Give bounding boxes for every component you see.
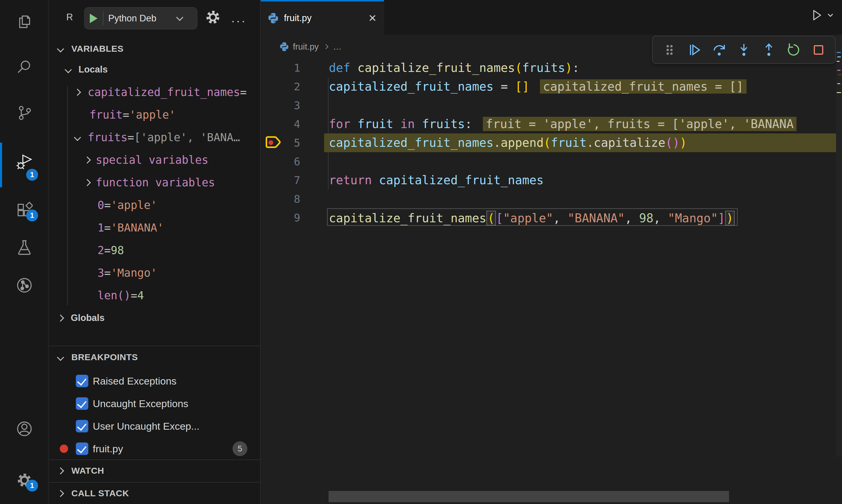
run-python-file-icon[interactable] xyxy=(810,8,824,22)
restart-button[interactable] xyxy=(786,42,802,58)
variable-value: 'apple' xyxy=(129,108,176,121)
call-stack-section-header[interactable]: CALL STACK xyxy=(49,484,261,503)
line-content[interactable] xyxy=(324,190,836,208)
variable-row[interactable]: 0 = 'apple' xyxy=(49,194,261,216)
variable-name: 0 xyxy=(98,199,104,212)
line-number[interactable]: 8 xyxy=(261,190,300,208)
line-number[interactable]: 2 xyxy=(261,77,300,96)
debug-settings-gear-icon[interactable] xyxy=(205,10,221,26)
line-content[interactable]: capitalize_fruit_names(["apple", "BANANA… xyxy=(324,208,836,227)
variable-row[interactable]: function variables xyxy=(49,171,261,194)
line-content[interactable]: capitalized_fruit_names.append(fruit.cap… xyxy=(324,133,836,152)
checkbox-checked[interactable] xyxy=(76,375,88,387)
start-debug-icon[interactable] xyxy=(90,14,98,23)
references-icon[interactable] xyxy=(0,266,49,305)
run-dropdown-chevron-icon[interactable] xyxy=(826,11,834,19)
code-line-1[interactable]: 1def capitalize_fruit_names(fruits): xyxy=(261,58,836,77)
line-content[interactable] xyxy=(324,152,836,171)
line-number[interactable]: 7 xyxy=(261,171,300,190)
source-control-icon[interactable] xyxy=(0,94,49,132)
toolbar-drag-handle[interactable] xyxy=(662,42,678,58)
line-content[interactable] xyxy=(324,96,836,115)
code-token: . xyxy=(586,136,594,149)
line-number[interactable]: 4 xyxy=(261,115,300,133)
breakpoints-section-header[interactable]: BREAKPOINTS xyxy=(49,348,261,366)
code-token: "BANANA" xyxy=(567,211,625,225)
variable-row[interactable]: fruits = ['apple', 'BANA… xyxy=(49,126,261,149)
line-content[interactable]: for fruit in fruits:fruit = 'apple', fru… xyxy=(324,115,836,133)
line-content[interactable]: def capitalize_fruit_names(fruits): xyxy=(324,58,836,77)
account-icon[interactable] xyxy=(0,410,49,448)
step-into-button[interactable] xyxy=(736,42,752,58)
breakpoint-row[interactable]: fruit.py5 xyxy=(49,437,261,460)
watch-section-header[interactable]: WATCH xyxy=(49,461,261,480)
code-token: 98 xyxy=(639,211,653,225)
scope-locals[interactable]: Locals xyxy=(49,58,261,81)
line-number[interactable]: 3 xyxy=(261,96,300,115)
tab-label: fruit.py xyxy=(284,13,312,23)
breakpoint-row[interactable]: Raised Exceptions xyxy=(49,370,261,392)
line-number[interactable]: 9 xyxy=(261,208,300,227)
variable-row[interactable]: len() = 4 xyxy=(49,284,261,307)
settings-badge: 1 xyxy=(26,480,38,491)
explorer-icon[interactable] xyxy=(0,3,49,41)
breakpoint-row[interactable]: Uncaught Exceptions xyxy=(49,392,261,415)
breadcrumb-more[interactable]: … xyxy=(333,42,341,52)
line-content[interactable]: capitalized_fruit_names = []capitalized_… xyxy=(324,77,836,96)
line-number[interactable]: 6 xyxy=(261,152,300,171)
extensions-icon[interactable] xyxy=(0,190,49,229)
line-number[interactable]: 5 xyxy=(261,133,300,152)
checkbox-checked[interactable] xyxy=(76,443,88,455)
variables-section-header[interactable]: VARIABLES xyxy=(49,40,261,57)
line-number[interactable]: 1 xyxy=(261,58,300,77)
code-line-9[interactable]: 9capitalize_fruit_names(["apple", "BANAN… xyxy=(261,208,836,227)
testing-icon[interactable] xyxy=(0,228,49,267)
code-line-4[interactable]: 4 for fruit in fruits:fruit = 'apple', f… xyxy=(261,115,836,133)
code-token: "Mango" xyxy=(668,211,718,225)
code-editor[interactable]: 1def capitalize_fruit_names(fruits):2 ca… xyxy=(261,58,842,237)
run-and-debug-icon[interactable] xyxy=(0,143,49,181)
code-line-6[interactable]: 6 xyxy=(261,152,836,171)
debug-config-dropdown[interactable]: Python Deb xyxy=(84,7,197,30)
minimap[interactable] xyxy=(836,35,842,457)
variable-row[interactable]: 2 = 98 xyxy=(49,239,261,262)
variable-row[interactable]: fruit = 'apple' xyxy=(49,103,261,126)
extensions-badge: 1 xyxy=(26,210,38,221)
breakpoint-row[interactable]: User Uncaught Excep... xyxy=(49,415,261,437)
code-line-7[interactable]: 7 return capitalized_fruit_names xyxy=(261,171,836,190)
variable-row[interactable]: capitalized_fruit_names = xyxy=(49,81,261,103)
checkbox-checked[interactable] xyxy=(76,420,88,432)
code-token: () xyxy=(665,136,680,149)
line-content[interactable]: return capitalized_fruit_names xyxy=(324,171,836,190)
equals-sign: = xyxy=(127,131,134,144)
variable-name: 2 xyxy=(98,244,104,257)
search-icon[interactable] xyxy=(0,48,49,86)
checkbox-checked[interactable] xyxy=(76,397,88,410)
variable-row[interactable]: 1 = 'BANANA' xyxy=(49,216,261,239)
settings-gear-icon[interactable] xyxy=(0,461,49,500)
close-tab-icon[interactable]: ✕ xyxy=(368,12,377,24)
more-actions-icon[interactable]: ··· xyxy=(231,14,246,28)
minimap-code-mark xyxy=(837,83,840,84)
variable-name: special variables xyxy=(96,154,208,166)
stop-button[interactable] xyxy=(810,42,826,58)
minimap-code-mark xyxy=(837,52,841,53)
variable-value: 'BANANA' xyxy=(111,221,164,234)
tab-fruit-py[interactable]: fruit.py ✕ xyxy=(261,0,384,35)
continue-button[interactable] xyxy=(686,42,702,58)
step-over-button[interactable] xyxy=(711,42,727,58)
variable-row[interactable]: 3 = 'Mango' xyxy=(49,262,261,284)
code-token: capitalized_fruit_names xyxy=(329,79,493,93)
code-line-5[interactable]: 5 capitalized_fruit_names.append(fruit.c… xyxy=(261,133,836,152)
code-line-2[interactable]: 2 capitalized_fruit_names = []capitalize… xyxy=(261,77,836,96)
variable-row[interactable]: special variables xyxy=(49,149,261,171)
step-out-button[interactable] xyxy=(761,42,777,58)
code-token xyxy=(372,173,379,187)
code-line-8[interactable]: 8 xyxy=(261,190,836,208)
breadcrumb-file[interactable]: fruit.py xyxy=(293,42,319,52)
horizontal-scrollbar-thumb[interactable] xyxy=(329,491,729,502)
debug-badge: 1 xyxy=(26,169,38,181)
code-line-3[interactable]: 3 xyxy=(261,96,836,115)
variable-value: 98 xyxy=(111,244,124,257)
scope-globals[interactable]: Globals xyxy=(49,307,261,329)
